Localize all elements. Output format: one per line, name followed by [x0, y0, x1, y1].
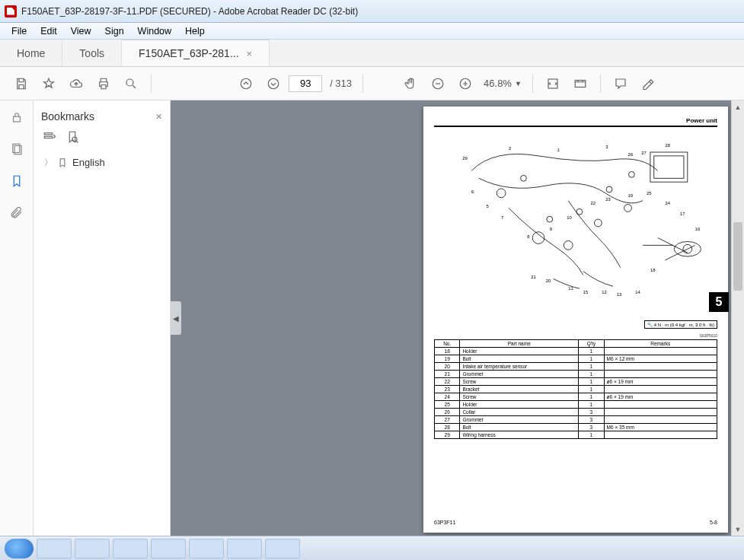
scroll-up-icon[interactable]: ▲ [732, 100, 744, 113]
window-title: F150AET_63P-28197-3F-11.PDF (SECURED) - … [21, 6, 358, 17]
tab-home[interactable]: Home [0, 40, 62, 66]
rail-thumbnails-icon[interactable] [8, 140, 26, 158]
page-number-input[interactable] [289, 75, 322, 92]
page-total-label: / 313 [330, 78, 352, 89]
acrobat-icon [5, 5, 17, 18]
taskbar-item[interactable] [75, 539, 110, 558]
diagram-id: S63P5610 [434, 333, 717, 338]
svg-text:3: 3 [605, 145, 608, 149]
toolbar-separator [532, 75, 533, 93]
menu-file[interactable]: File [5, 24, 34, 38]
svg-text:14: 14 [635, 290, 640, 294]
document-viewer[interactable]: ◀ Power unit [171, 100, 731, 536]
taskbar-item[interactable] [265, 539, 300, 558]
svg-rect-13 [650, 152, 688, 182]
svg-point-1 [241, 78, 251, 89]
svg-text:5: 5 [487, 204, 490, 208]
chevron-down-icon: ▼ [515, 80, 522, 88]
table-row: 27Grommet3 [435, 416, 717, 424]
search-button[interactable] [119, 72, 143, 96]
read-mode-button[interactable] [568, 72, 592, 96]
svg-text:29: 29 [462, 156, 468, 161]
svg-rect-10 [44, 133, 53, 135]
menu-help[interactable]: Help [178, 24, 212, 38]
print-button[interactable] [91, 72, 116, 96]
save-button[interactable] [9, 72, 34, 96]
taskbar-item[interactable] [37, 539, 72, 558]
table-row: 18Holder1 [435, 348, 717, 355]
svg-text:18: 18 [650, 268, 656, 272]
hand-tool-button[interactable] [398, 72, 423, 96]
toolbar-separator [151, 75, 152, 93]
taskbar-item[interactable] [227, 539, 262, 558]
toolbar-separator [362, 75, 363, 93]
parts-table: No. Part name Q'ty Remarks 18Holder119Bo… [434, 339, 717, 439]
start-button[interactable] [5, 539, 34, 558]
svg-point-17 [594, 219, 602, 227]
selection-tool-button[interactable] [371, 72, 395, 96]
bookmark-item-english[interactable]: 〉 English [41, 157, 162, 168]
rail-lock-icon[interactable] [8, 108, 26, 126]
taskbar-item[interactable] [151, 539, 186, 558]
toolbar-separator [600, 75, 601, 93]
torque-spec: 🔧 4 N · m (0.4 kgf · m, 3.0 ft · lb) [434, 320, 717, 329]
svg-text:7: 7 [501, 215, 503, 220]
svg-point-0 [126, 79, 133, 86]
zoom-level-dropdown[interactable]: 46.8% ▼ [481, 78, 525, 89]
windows-taskbar [0, 536, 744, 560]
rail-bookmarks-icon[interactable] [8, 172, 26, 190]
svg-text:26: 26 [628, 152, 634, 157]
svg-text:15: 15 [583, 290, 589, 294]
taskbar-item[interactable] [113, 539, 148, 558]
scroll-thumb[interactable] [733, 222, 742, 291]
cloud-button[interactable] [64, 72, 88, 96]
table-row: 28Bolt3M6 × 35 mm [435, 424, 717, 431]
star-button[interactable] [37, 72, 61, 96]
scroll-down-icon[interactable]: ▼ [732, 523, 744, 536]
bookmark-find-button[interactable] [65, 130, 79, 146]
svg-text:19: 19 [628, 193, 634, 198]
tab-bar: Home Tools F150AET_63P-281... × [0, 40, 744, 67]
th-qty: Q'ty [579, 340, 604, 348]
th-name: Part name [460, 340, 579, 348]
svg-point-19 [497, 189, 506, 198]
expand-icon[interactable]: 〉 [44, 157, 53, 168]
bookmarks-panel: Bookmarks × 〉 English [34, 100, 171, 536]
svg-text:23: 23 [605, 197, 611, 202]
svg-text:20: 20 [546, 278, 551, 283]
comment-button[interactable] [608, 72, 633, 96]
svg-text:24: 24 [665, 201, 670, 205]
footer-left: 63P3F11 [434, 520, 455, 525]
main-area: Bookmarks × 〉 English ◀ Power unit [0, 100, 744, 536]
bookmark-options-button[interactable] [43, 130, 56, 146]
svg-text:17: 17 [680, 212, 685, 216]
svg-point-26 [629, 171, 635, 177]
svg-point-24 [576, 208, 583, 215]
vertical-scrollbar[interactable]: ▲ ▼ [731, 100, 744, 536]
menu-edit[interactable]: Edit [34, 24, 64, 38]
zoom-out-button[interactable] [426, 72, 450, 96]
menu-view[interactable]: View [64, 24, 98, 38]
zoom-in-button[interactable] [453, 72, 477, 96]
svg-point-18 [624, 205, 632, 212]
highlight-button[interactable] [636, 72, 660, 96]
table-row: 25Holder1 [435, 401, 717, 409]
collapse-panel-button[interactable]: ◀ [171, 301, 181, 335]
fit-width-button[interactable] [541, 72, 565, 96]
page-up-button[interactable] [234, 72, 258, 96]
close-panel-icon[interactable]: × [155, 110, 162, 123]
svg-rect-11 [44, 136, 53, 138]
menu-window[interactable]: Window [131, 24, 178, 38]
menu-sign[interactable]: Sign [98, 24, 131, 38]
table-row: 20Intake air temperature sensor1 [435, 363, 717, 371]
rail-attachments-icon[interactable] [8, 204, 26, 222]
th-no: No. [435, 340, 460, 348]
table-row: 24Screw1ø6 × 19 mm [435, 393, 717, 401]
tab-tools[interactable]: Tools [62, 40, 122, 66]
tab-close-icon[interactable]: × [247, 48, 253, 59]
tab-document[interactable]: F150AET_63P-281... × [122, 40, 270, 66]
svg-text:11: 11 [568, 286, 573, 291]
bookmark-label: English [72, 157, 105, 168]
taskbar-item[interactable] [189, 539, 224, 558]
page-down-button[interactable] [261, 72, 286, 96]
